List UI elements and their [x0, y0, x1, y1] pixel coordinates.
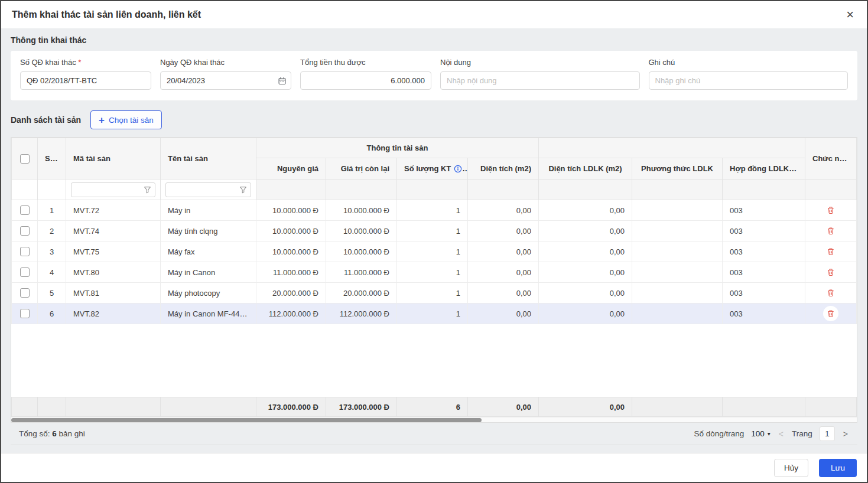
table-row: 2 MVT.74 Máy tính clqng 10.000.000 Đ 10.…	[12, 221, 857, 242]
horizontal-scrollbar[interactable]	[11, 417, 857, 422]
field-noi-dung: Nội dung	[440, 58, 640, 90]
dialog-body: Thông tin khai thác Số QĐ khai thác * Ng…	[1, 28, 867, 453]
delete-row-icon[interactable]	[823, 306, 838, 321]
delete-row-icon[interactable]	[823, 265, 838, 280]
summary-gia-tri-con-lai: 173.000.000 Đ	[326, 397, 397, 417]
calendar-icon[interactable]	[278, 76, 287, 85]
rows-per-page-label: Số dòng/trang	[694, 429, 744, 438]
row-checkbox[interactable]	[20, 309, 30, 318]
record-count: Tổng số: 6 bản ghi	[19, 429, 85, 438]
page-label: Trang	[792, 429, 812, 438]
col-header-ten-tai-san: Tên tài sản	[161, 138, 256, 180]
select-all-checkbox[interactable]	[20, 154, 30, 164]
tong-tien-label: Tổng tiền thu được	[300, 58, 431, 67]
noi-dung-label: Nội dung	[440, 58, 640, 67]
cancel-button[interactable]: Hủy	[774, 459, 808, 477]
section-title-thong-tin: Thông tin khai thác	[11, 35, 857, 45]
row-checkbox[interactable]	[20, 288, 30, 298]
dialog-title: Thêm khai thác tài sản liên doanh, liên …	[12, 9, 201, 20]
col-header-chuc-nang: Chức năng	[805, 138, 857, 180]
choose-assets-button[interactable]: + Chọn tài sản	[90, 110, 162, 129]
summary-so-luong: 6	[397, 397, 468, 417]
so-qd-input[interactable]	[20, 71, 151, 90]
row-checkbox[interactable]	[20, 267, 30, 277]
asset-list-header: Danh sách tài sản + Chọn tài sản	[11, 110, 857, 130]
col-header-dien-tich: Diện tích (m2)	[468, 158, 539, 180]
ghi-chu-input[interactable]	[649, 71, 849, 90]
asset-table-grid: STT Mã tài sản Tên tài sản Thông tin tài…	[11, 138, 857, 324]
row-checkbox[interactable]	[20, 247, 30, 256]
col-header-nguyen-gia: Nguyên giá	[256, 158, 326, 180]
filter-ma-tai-san-input[interactable]	[75, 185, 141, 194]
col-header-hop-dong-ldlk: Hợp đồng LDLK (*)	[723, 158, 805, 180]
row-checkbox[interactable]	[20, 226, 30, 236]
so-qd-label: Số QĐ khai thác *	[20, 58, 151, 67]
dialog-khai-thac-tai-san: Thêm khai thác tài sản liên doanh, liên …	[0, 0, 868, 483]
ngay-qd-label: Ngày QĐ khai thác	[160, 58, 291, 67]
field-ghi-chu: Ghi chú	[649, 58, 849, 90]
table-footer-bar: Tổng số: 6 bản ghi Số dòng/trang 100 ▾ <…	[11, 423, 857, 445]
delete-row-icon[interactable]	[823, 223, 838, 239]
table-row: 5 MVT.81 Máy photocopy 20.000.000 Đ 20.0…	[12, 283, 857, 303]
ngay-qd-input[interactable]	[160, 71, 291, 90]
col-header-phuong-thuc-ldlk: Phương thức LDLK	[632, 158, 723, 180]
delete-row-icon[interactable]	[823, 203, 838, 218]
exploitation-info-form: Số QĐ khai thác * Ngày QĐ khai thác	[11, 51, 857, 100]
col-header-gia-tri-con-lai: Giá trị còn lại	[326, 158, 397, 180]
summary-dien-tich: 0,00	[468, 397, 539, 417]
col-header-dien-tich-ldlk: Diện tích LDLK (m2)	[539, 158, 632, 180]
summary-dien-tich-ldlk: 0,00	[539, 397, 632, 417]
ghi-chu-label: Ghi chú	[649, 58, 849, 67]
dialog-header: Thêm khai thác tài sản liên doanh, liên …	[1, 1, 867, 28]
pagination: Số dòng/trang 100 ▾ < Trang 1 >	[694, 426, 849, 441]
field-so-qd: Số QĐ khai thác *	[20, 58, 151, 90]
asset-list-title: Danh sách tài sản	[11, 115, 81, 125]
choose-assets-label: Chọn tài sản	[109, 116, 154, 125]
delete-row-icon[interactable]	[823, 244, 838, 259]
filter-icon[interactable]	[239, 186, 247, 194]
field-tong-tien: Tổng tiền thu được	[300, 58, 431, 90]
table-row: 1 MVT.72 Máy in 10.000.000 Đ 10.000.000 …	[12, 200, 857, 221]
col-header-stt: STT	[38, 138, 66, 180]
asset-table: STT Mã tài sản Tên tài sản Thông tin tài…	[11, 137, 857, 423]
info-icon[interactable]	[454, 165, 462, 173]
tong-tien-input[interactable]	[300, 71, 431, 90]
row-checkbox[interactable]	[20, 205, 30, 215]
delete-row-icon[interactable]	[823, 285, 838, 301]
table-empty-area	[11, 324, 857, 397]
horizontal-scrollbar-thumb[interactable]	[11, 418, 482, 422]
filter-icon[interactable]	[144, 186, 151, 194]
filter-ten-tai-san-input[interactable]	[170, 185, 237, 194]
required-asterisk: *	[78, 58, 81, 67]
close-icon[interactable]: ×	[844, 7, 856, 22]
chevron-left-icon[interactable]: <	[778, 429, 785, 439]
plus-icon: +	[99, 115, 105, 125]
dialog-footer: Hủy Lưu	[1, 453, 867, 482]
field-ngay-qd: Ngày QĐ khai thác	[160, 58, 291, 90]
table-row: 3 MVT.75 Máy fax 10.000.000 Đ 10.000.000…	[12, 242, 857, 262]
table-row: 4 MVT.80 Máy in Canon 11.000.000 Đ 11.00…	[12, 262, 857, 283]
col-header-so-luong-kt: Số lượng KT	[397, 158, 468, 180]
summary-row: 173.000.000 Đ 173.000.000 Đ 6 0,00 0,00	[11, 397, 857, 417]
noi-dung-input[interactable]	[440, 71, 640, 90]
group-header-empty	[539, 138, 805, 158]
caret-down-icon: ▾	[768, 430, 771, 437]
save-button[interactable]: Lưu	[819, 459, 857, 477]
table-row-selected: 6 MVT.82 Máy in Canon MF-445D... 112.000…	[12, 303, 857, 324]
group-header-thong-tin-tai-san: Thông tin tài sản	[256, 138, 539, 158]
col-header-ma-tai-san: Mã tài sản	[66, 138, 161, 180]
chevron-right-icon[interactable]: >	[842, 429, 849, 439]
page-number-input[interactable]: 1	[820, 426, 835, 441]
rows-per-page-select[interactable]: 100 ▾	[751, 429, 771, 438]
summary-nguyen-gia: 173.000.000 Đ	[256, 397, 326, 417]
